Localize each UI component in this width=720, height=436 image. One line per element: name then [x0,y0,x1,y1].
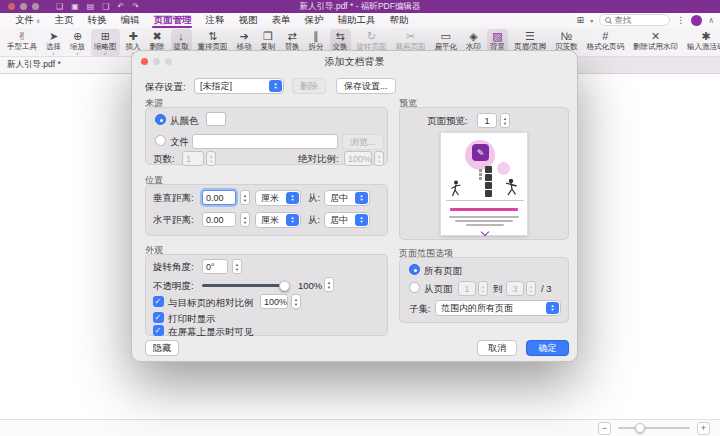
file-path-input[interactable] [192,134,338,149]
document-tab[interactable]: 新人引导.pdf * ✕ [0,57,150,73]
toolbar-enter-activation-code-button[interactable]: ✱输入激活码 [684,29,720,56]
redo-icon[interactable]: ↷ [132,0,139,13]
vertical-distance-input[interactable]: 0.00 [202,190,236,205]
ok-button[interactable]: 确定 [526,340,569,356]
more-options-icon[interactable]: ⋮ [676,15,685,25]
toolbar-select-button[interactable]: ➤选择∨ [43,29,64,56]
to-page-input: 3 [506,281,524,296]
menubar-right-cluster: ⊞ ▾ ⋮ ∧ [577,14,714,26]
print-icon[interactable]: ▤ [87,0,95,13]
toolbar-hand-tool-button[interactable]: ✌手型工具 [4,29,40,56]
menu-tab-view[interactable]: 视图 [231,13,264,28]
horizontal-distance-stepper[interactable] [240,212,250,227]
undo-icon[interactable]: ↶ [117,0,124,13]
save-settings-value: [未指定] [200,80,266,93]
pink-blob-small-decoration [497,162,510,175]
dialog-close-button[interactable] [141,58,148,65]
app-window: { "window": { "title": "新人引导.pdf * - 福昕P… [0,0,720,436]
rotation-input[interactable]: 0° [202,259,228,274]
from-color-radio[interactable] [155,114,166,125]
opacity-slider-knob[interactable] [279,280,290,291]
subset-value: 范围内的所有页面 [441,302,543,315]
search-input[interactable] [614,15,664,25]
total-pages-label: / 3 [541,283,552,294]
hide-button[interactable]: 隐藏 [145,340,179,356]
person-figure-right [504,178,518,198]
page-preview-input[interactable]: 1 [477,113,497,128]
toolbar-button-label: 删除试用水印 [633,42,678,52]
cancel-button[interactable]: 取消 [477,340,517,356]
rotation-stepper[interactable] [232,259,242,274]
page-preview-stepper[interactable] [500,113,510,128]
chevron-down-icon: ∨ [52,52,55,55]
from-page-radio[interactable] [409,282,420,293]
horizontal-unit-value: 厘米 [261,214,283,227]
opacity-stepper[interactable] [324,277,334,292]
toolbar-thumbnails-button[interactable]: ⊞缩略图∨ [91,29,120,56]
menu-tab-accessibility-tools[interactable]: 辅助工具 [330,13,382,28]
vertical-title-text [485,166,492,197]
view-mode-caret-icon[interactable]: ▾ [590,17,593,24]
opacity-slider[interactable] [202,284,288,287]
horizontal-distance-input[interactable]: 0.00 [202,212,236,227]
zoom-in-button[interactable]: + [697,422,710,435]
collapse-ribbon-icon[interactable]: ∧ [708,16,714,25]
window-minimize-button[interactable] [20,3,27,10]
pages-stepper [206,151,216,166]
menu-tab-convert[interactable]: 转换 [80,13,113,28]
horizontal-anchor-dropdown[interactable]: 居中 [324,212,370,228]
vertical-anchor-dropdown[interactable]: 居中 [324,190,370,206]
account-avatar[interactable] [691,15,702,26]
gray-text-line [466,224,504,226]
toolbar-format-page-numbers-button[interactable]: #格式化页码 [584,29,628,56]
remove-trial-watermark-icon: ✕ [651,30,660,42]
menu-tab-comment[interactable]: 注释 [198,13,231,28]
window-zoom-button[interactable] [32,3,39,10]
menu-tab-help[interactable]: 帮助 [382,13,415,28]
toolbar-zoom-button[interactable]: ⊕缩放∨ [67,29,88,56]
menu-tab-page-management[interactable]: 页面管理 [146,13,198,28]
vertical-distance-stepper[interactable] [240,190,250,205]
subset-dropdown[interactable]: 范围内的所有页面 [435,300,561,316]
save-setting-button[interactable]: 保存设置... [336,78,396,94]
menu-tab-label: 页面管理 [153,14,191,27]
window-title: 新人引导.pdf * - 福昕PDF编辑器 [300,1,421,13]
search-box[interactable] [599,14,670,26]
menu-tab-form[interactable]: 表单 [264,13,297,28]
show-on-screen-checkbox[interactable] [153,325,164,336]
relative-scale-checkbox[interactable] [153,296,164,307]
relative-scale-input[interactable]: 100% [260,294,288,309]
zoom-out-button[interactable]: − [598,422,611,435]
color-swatch[interactable] [206,112,226,126]
horizontal-unit-dropdown[interactable]: 厘米 [255,212,301,228]
zoom-slider[interactable] [618,427,690,429]
vertical-unit-dropdown[interactable]: 厘米 [255,190,301,206]
delete-setting-button: 删除 [292,78,326,94]
view-mode-icon[interactable]: ⊞ [577,15,585,25]
from-page-input: 1 [458,281,476,296]
select-icon: ➤ [49,30,58,42]
open-file-icon[interactable]: ❏ [56,0,63,13]
toolbar-remove-trial-watermark-button[interactable]: ✕删除试用水印 [630,29,681,56]
menu-tab-edit[interactable]: 编辑 [113,13,146,28]
enter-activation-code-icon: ✱ [701,30,710,42]
toolbar-button-label: 手型工具 [7,42,37,52]
new-page-icon[interactable]: ❑ [102,0,109,13]
document-tab-title: 新人引导.pdf * [7,59,129,71]
save-icon[interactable]: ▣ [71,0,79,13]
menu-tab-home[interactable]: 主页 [47,13,80,28]
from-file-radio[interactable] [155,135,166,146]
browse-button: 浏览... [342,134,384,150]
window-close-button[interactable] [8,3,15,10]
dropdown-stepper-icon [286,192,299,204]
save-settings-dropdown[interactable]: [未指定] [194,78,284,94]
zoom-slider-knob[interactable] [635,423,645,433]
menu-tab-file[interactable]: 文件∨ [8,13,47,28]
save-settings-label: 保存设置: [145,81,186,94]
menu-tab-protect[interactable]: 保护 [297,13,330,28]
relative-scale-stepper[interactable] [291,294,301,309]
app-logo-icon: ✎ [472,144,489,161]
show-when-printing-checkbox[interactable] [153,312,164,323]
quick-actions: ❏▣▤❑↶↷ [56,0,139,13]
all-pages-radio[interactable] [409,264,420,275]
